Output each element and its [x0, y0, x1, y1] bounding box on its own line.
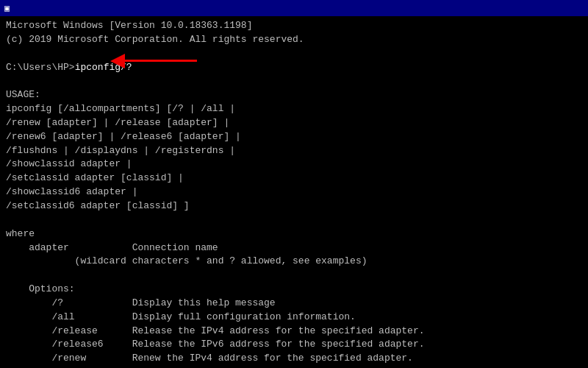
terminal-line: USAGE: [6, 88, 582, 102]
usage-continuation-line: /renew [adapter] | /release [adapter] | [6, 116, 582, 130]
prompt-line: C:\Users\HP>ipconfig/? [6, 61, 582, 75]
usage-continuation-line: /setclassid6 adapter [classid] ] [6, 199, 582, 213]
arrow-line [123, 60, 197, 62]
arrow-indicator [123, 60, 197, 62]
prompt-text: C:\Users\HP> [6, 61, 75, 75]
option-line: /all Display full configuration informat… [6, 311, 582, 325]
title-bar: ▣ [0, 0, 588, 16]
option-line: /renew Renew the IPv4 address for the sp… [6, 352, 582, 366]
blank-line [6, 269, 582, 283]
title-bar-icon: ▣ [4, 3, 10, 14]
blank-line [6, 47, 582, 61]
usage-continuation-line: /renew6 [adapter] | /release6 [adapter] … [6, 130, 582, 144]
where-line: adapter Connection name [6, 241, 582, 255]
terminal-line: (c) 2019 Microsoft Corporation. All righ… [6, 33, 582, 47]
option-line: /release6 Release the IPv6 address for t… [6, 338, 582, 352]
option-line: /release Release the IPv4 address for th… [6, 325, 582, 339]
terminal-line: Microsoft Windows [Version 10.0.18363.11… [6, 19, 582, 33]
terminal-output: Microsoft Windows [Version 10.0.18363.11… [6, 19, 582, 368]
usage-continuation-line: /setclassid adapter [classid] | [6, 171, 582, 185]
usage-continuation-line: /flushdns | /displaydns | /registerdns | [6, 144, 582, 158]
usage-line: ipconfig [/allcompartments] [/? | /all | [6, 102, 582, 116]
option-line: /? Display this help message [6, 297, 582, 311]
terminal-body: Microsoft Windows [Version 10.0.18363.11… [0, 16, 588, 368]
usage-continuation-line: /showclassid adapter | [6, 158, 582, 171]
arrow-head [110, 54, 125, 68]
blank-line [6, 213, 582, 227]
terminal-line: where [6, 227, 582, 241]
terminal-line: Options: [6, 283, 582, 297]
usage-continuation-line: /showclassid6 adapter | [6, 185, 582, 199]
where-line2: (wildcard characters * and ? allowed, se… [6, 255, 582, 269]
blank-line [6, 74, 582, 88]
